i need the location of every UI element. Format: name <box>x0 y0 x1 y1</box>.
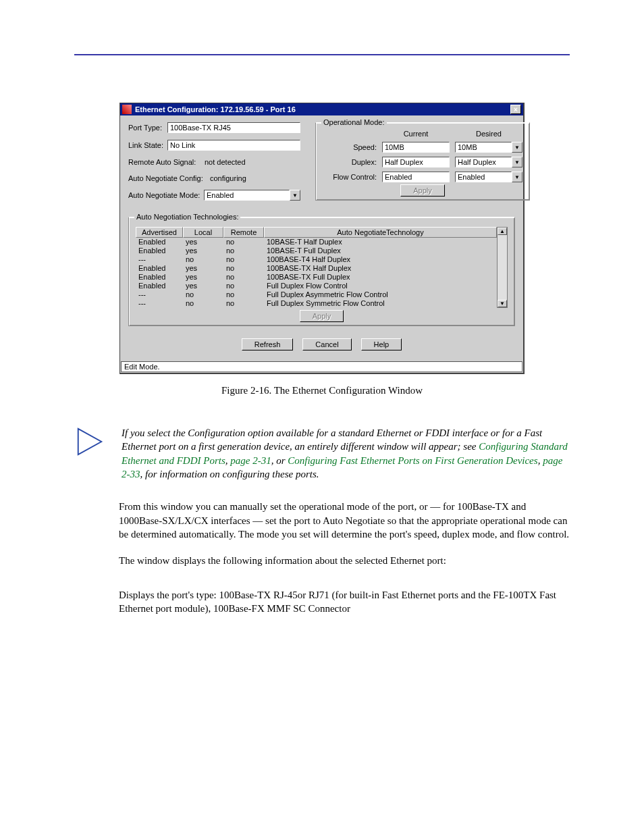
remote-auto-label: Remote Auto Signal: <box>128 158 203 166</box>
duplex-desired-select[interactable]: Half Duplex <box>455 157 512 167</box>
chevron-down-icon[interactable]: ▼ <box>512 142 522 153</box>
auto-neg-config-label: Auto Negotiate Config: <box>128 174 208 182</box>
cancel-button[interactable]: Cancel <box>302 338 351 350</box>
table-cell: --- <box>136 255 183 264</box>
speed-current: 10MB <box>382 142 450 153</box>
table-cell: no <box>223 299 264 308</box>
table-cell: Full Duplex Symmetric Flow Control <box>264 299 497 308</box>
figure-caption: Figure 2-16. The Ethernet Configuration … <box>74 385 570 396</box>
chevron-down-icon[interactable]: ▼ <box>290 190 300 201</box>
col-advertised: Advertised <box>136 227 183 238</box>
auto-neg-mode-select[interactable]: Enabled <box>204 190 290 201</box>
link-state-field: No Link <box>167 140 300 151</box>
duplex-label: Duplex: <box>323 158 377 166</box>
flow-label: Flow Control: <box>323 173 377 181</box>
close-icon[interactable]: × <box>510 105 521 114</box>
table-cell: yes <box>183 282 223 290</box>
port-type-field: 100Base-TX RJ45 <box>167 122 300 133</box>
tech-scrollbar[interactable]: ▲ ▼ <box>497 227 508 308</box>
speed-desired-select[interactable]: 10MB <box>455 142 512 153</box>
table-cell: 100BASE-TX Full Duplex <box>264 273 497 282</box>
col-local: Local <box>183 227 223 238</box>
table-cell: --- <box>136 299 183 308</box>
desired-header: Desired <box>455 130 522 138</box>
flow-current: Enabled <box>382 172 450 182</box>
col-remote: Remote <box>223 227 264 238</box>
table-cell: 100BASE-T4 Half Duplex <box>264 255 497 264</box>
note-arrow-icon <box>74 426 105 481</box>
link-fast-eth[interactable]: Configuring Fast Ethernet Ports on First… <box>288 455 537 466</box>
current-header: Current <box>382 130 450 138</box>
table-cell: no <box>183 299 223 308</box>
auto-neg-config-value: configuring <box>208 174 248 183</box>
remote-auto-value: not detected <box>203 157 248 167</box>
note-text: If you select the Configuration option a… <box>122 426 570 481</box>
header-rule <box>74 54 570 55</box>
auto-neg-mode-label: Auto Negotiate Mode: <box>128 191 204 199</box>
operational-mode-group: Operational Mode: Current Desired Speed:… <box>315 122 530 201</box>
table-cell: 100BASE-TX Half Duplex <box>264 264 497 273</box>
body-para-2: The window displays the following inform… <box>119 554 570 568</box>
apply-opmode-button[interactable]: Apply <box>400 184 445 197</box>
table-cell: Enabled <box>136 273 183 282</box>
apply-tech-button[interactable]: Apply <box>300 310 344 322</box>
svg-marker-0 <box>78 429 102 454</box>
scroll-up-icon[interactable]: ▲ <box>498 228 507 235</box>
table-cell: Enabled <box>136 282 183 290</box>
table-cell: --- <box>136 290 183 299</box>
table-cell: no <box>183 255 223 264</box>
body-para-1: From this window you can manually set th… <box>119 500 570 542</box>
link-state-label: Link State: <box>128 141 167 149</box>
table-cell: Enabled <box>136 238 183 246</box>
status-bar: Edit Mode. <box>121 361 522 372</box>
table-cell: no <box>223 290 264 299</box>
table-cell: no <box>223 264 264 273</box>
chevron-down-icon[interactable]: ▼ <box>512 157 522 167</box>
table-cell: no <box>183 290 223 299</box>
port-type-label: Port Type: <box>128 124 167 132</box>
link-page-2-31[interactable]: page 2-31 <box>230 455 271 466</box>
window-icon <box>122 105 132 114</box>
auto-neg-tech-group: Auto Negotiation Technologies: Advertise… <box>128 217 515 326</box>
table-cell: Full Duplex Flow Control <box>264 282 497 290</box>
table-cell: yes <box>183 238 223 246</box>
duplex-current: Half Duplex <box>382 157 450 167</box>
table-cell: Enabled <box>136 264 183 273</box>
table-cell: 10BASE-T Half Duplex <box>264 238 497 246</box>
table-cell: no <box>223 255 264 264</box>
auto-neg-tech-table[interactable]: Advertised Local Remote Auto NegotiateTe… <box>136 227 497 308</box>
operational-mode-title: Operational Mode: <box>321 118 387 126</box>
help-button[interactable]: Help <box>361 338 402 350</box>
table-cell: yes <box>183 273 223 282</box>
table-cell: yes <box>183 264 223 273</box>
refresh-button[interactable]: Refresh <box>242 338 294 350</box>
table-cell: Full Duplex Asymmetric Flow Control <box>264 290 497 299</box>
ethernet-config-window: Ethernet Configuration: 172.19.56.59 - P… <box>119 103 525 374</box>
table-cell: no <box>223 238 264 246</box>
table-cell: no <box>223 282 264 290</box>
table-cell: 10BASE-T Full Duplex <box>264 246 497 255</box>
body-para-3: Displays the port's type: 100Base-TX RJ-… <box>119 588 570 616</box>
scroll-down-icon[interactable]: ▼ <box>498 300 507 307</box>
flow-desired-select[interactable]: Enabled <box>455 172 512 182</box>
chevron-down-icon[interactable]: ▼ <box>512 172 522 182</box>
table-cell: Enabled <box>136 246 183 255</box>
window-title: Ethernet Configuration: 172.19.56.59 - P… <box>135 105 510 113</box>
window-titlebar[interactable]: Ethernet Configuration: 172.19.56.59 - P… <box>120 103 523 115</box>
table-cell: no <box>223 246 264 255</box>
auto-neg-tech-title: Auto Negotiation Technologies: <box>134 213 240 221</box>
speed-label: Speed: <box>323 143 377 151</box>
table-cell: yes <box>183 246 223 255</box>
col-technology: Auto NegotiateTechnology <box>264 227 497 238</box>
table-cell: no <box>223 273 264 282</box>
